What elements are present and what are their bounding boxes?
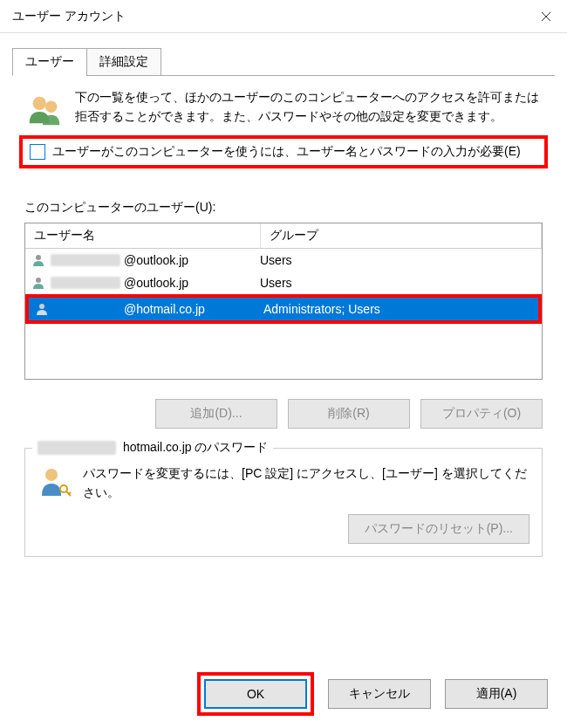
- require-password-label: ユーザーがこのコンピューターを使うには、ユーザー名とパスワードの入力が必要(E): [52, 144, 521, 160]
- svg-point-3: [36, 278, 41, 283]
- list-header: ユーザー名 グループ: [25, 223, 542, 249]
- user-icon: [31, 275, 46, 291]
- window-title: ユーザー アカウント: [12, 9, 126, 24]
- intro-text: 下の一覧を使って、ほかのユーザーのこのコンピューターへのアクセスを許可または拒否…: [75, 88, 543, 130]
- svg-point-1: [45, 100, 57, 112]
- redacted-username: [51, 254, 120, 266]
- ok-button[interactable]: OK: [204, 679, 307, 709]
- password-panel-title: hotmail.co.jp のパスワード: [32, 440, 273, 456]
- password-panel: hotmail.co.jp のパスワード パスワードを変更するには、[PC 設定…: [24, 448, 543, 557]
- svg-point-0: [33, 97, 46, 110]
- titlebar: ユーザー アカウント: [0, 0, 567, 33]
- close-icon: [541, 11, 551, 22]
- remove-button[interactable]: 削除(R): [288, 399, 410, 429]
- svg-point-6: [60, 485, 67, 492]
- selected-row-highlight: @hotmail.co.jp Administrators; Users: [25, 294, 542, 324]
- add-button[interactable]: 追加(D)...: [155, 399, 277, 429]
- user-group: Users: [260, 253, 542, 267]
- password-panel-body: パスワードを変更するには、[PC 設定] にアクセスし、[ユーザー] を選択して…: [83, 464, 529, 502]
- column-header-name[interactable]: ユーザー名: [25, 223, 261, 248]
- column-header-group[interactable]: グループ: [261, 223, 542, 248]
- close-button[interactable]: [525, 0, 567, 33]
- apply-button[interactable]: 適用(A): [445, 679, 548, 709]
- intro-section: 下の一覧を使って、ほかのユーザーのこのコンピューターへのアクセスを許可または拒否…: [24, 88, 543, 135]
- require-password-highlight: ユーザーがこのコンピューターを使うには、ユーザー名とパスワードの入力が必要(E): [19, 135, 548, 168]
- user-domain: @outlook.jp: [124, 276, 188, 290]
- svg-point-5: [45, 469, 58, 481]
- user-list-label: このコンピューターのユーザー(U):: [24, 200, 543, 216]
- redacted-username: [38, 441, 116, 455]
- user-domain: @outlook.jp: [124, 253, 188, 267]
- user-icon: [31, 252, 46, 268]
- user-icon: [34, 301, 50, 317]
- tab-advanced[interactable]: 詳細設定: [86, 48, 161, 76]
- table-row[interactable]: @hotmail.co.jp Administrators; Users: [29, 298, 538, 320]
- cancel-button[interactable]: キャンセル: [328, 679, 431, 709]
- users-icon: [24, 90, 65, 130]
- svg-point-4: [39, 304, 44, 309]
- redacted-username: [51, 277, 120, 289]
- properties-button[interactable]: プロパティ(O): [420, 399, 543, 429]
- tab-users[interactable]: ユーザー: [12, 48, 87, 76]
- user-list[interactable]: ユーザー名 グループ @outlook.jp Users @outlook.jp…: [24, 223, 543, 380]
- ok-button-highlight: OK: [197, 672, 314, 716]
- user-group: Administrators; Users: [263, 302, 538, 316]
- tab-strip: ユーザー 詳細設定: [12, 47, 555, 76]
- password-title-suffix: hotmail.co.jp のパスワード: [123, 440, 268, 456]
- table-row[interactable]: @outlook.jp Users: [25, 249, 542, 271]
- user-domain: @hotmail.co.jp: [124, 302, 205, 316]
- require-password-checkbox[interactable]: [30, 144, 45, 160]
- table-row[interactable]: @outlook.jp Users: [25, 271, 542, 294]
- svg-point-2: [36, 255, 41, 260]
- reset-password-button[interactable]: パスワードのリセット(P)...: [348, 514, 529, 544]
- list-button-row: 追加(D)... 削除(R) プロパティ(O): [24, 399, 543, 429]
- user-key-icon: [38, 464, 72, 499]
- user-group: Users: [260, 276, 542, 290]
- dialog-button-row: OK キャンセル 適用(A): [197, 672, 548, 716]
